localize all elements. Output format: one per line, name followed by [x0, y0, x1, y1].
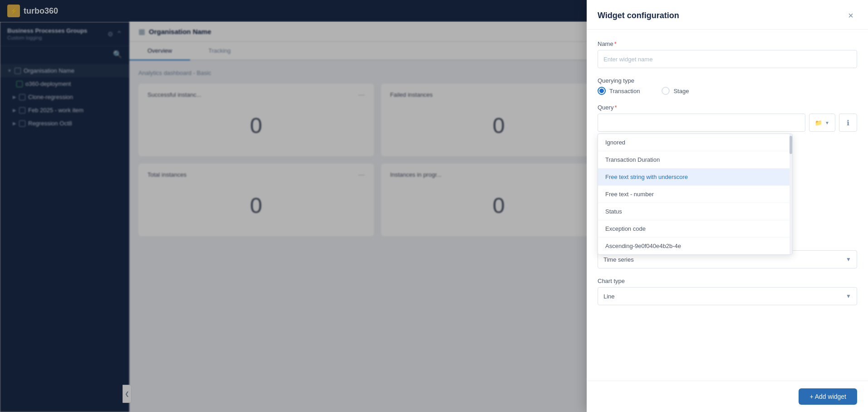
folder-icon: 📁 — [815, 119, 822, 126]
chart-type-field-group: Chart type Line ▼ — [598, 278, 857, 305]
chart-type-value: Line — [603, 293, 615, 300]
querying-type-radio-group: Transaction Stage — [598, 87, 857, 95]
query-dropdown: Ignored Transaction Duration Free text s… — [598, 134, 793, 255]
dropdown-item-ascending[interactable]: Ascending-9e0f040e4b2b-4e — [598, 238, 792, 254]
radio-circle-stage — [662, 87, 670, 95]
dropdown-item-ignored[interactable]: Ignored — [598, 134, 792, 151]
chevron-down-icon: ▼ — [846, 293, 851, 299]
panel-footer: + Add widget — [587, 381, 868, 412]
query-info-button[interactable]: ℹ — [839, 114, 857, 132]
name-field-group: Name* — [598, 40, 857, 68]
dropdown-item-free-text-number[interactable]: Free text - number — [598, 186, 792, 203]
name-label: Name* — [598, 40, 857, 47]
chevron-down-icon: ▼ — [825, 120, 829, 125]
dropdown-item-exception-code[interactable]: Exception code — [598, 220, 792, 238]
close-button[interactable]: × — [844, 9, 857, 22]
radio-stage[interactable]: Stage — [662, 87, 689, 95]
chevron-down-icon: ▼ — [846, 256, 851, 263]
query-input-row: 📁 ▼ ℹ — [598, 114, 857, 132]
query-field-group: Query* 📁 ▼ ℹ — [598, 104, 857, 132]
dropdown-item-status[interactable]: Status — [598, 203, 792, 220]
radio-transaction[interactable]: Transaction — [598, 87, 640, 95]
scrollbar-thumb — [790, 136, 792, 154]
panel-header: Widget configuration × — [587, 0, 868, 30]
dropdown-item-free-text-underscore[interactable]: Free text string with underscore — [598, 169, 792, 186]
radio-label-transaction: Transaction — [609, 88, 640, 94]
chart-type-select-wrapper: Line ▼ — [598, 287, 857, 305]
query-wrapper: 📁 ▼ ℹ Ignored Transaction Duratio — [598, 114, 857, 132]
querying-type-label: Querying type — [598, 77, 857, 84]
query-folder-button[interactable]: 📁 ▼ — [809, 114, 835, 132]
chart-type-label: Chart type — [598, 278, 857, 284]
querying-type-field-group: Querying type Transaction Stage — [598, 77, 857, 95]
radio-label-stage: Stage — [673, 88, 689, 94]
query-input[interactable] — [598, 114, 805, 132]
add-widget-button[interactable]: + Add widget — [799, 388, 857, 405]
widget-config-panel: Widget configuration × Name* Querying ty… — [587, 0, 868, 412]
scrollbar — [790, 134, 792, 254]
name-input[interactable] — [598, 50, 857, 68]
query-label: Query* — [598, 104, 857, 111]
report-type-value: Time series — [603, 256, 634, 263]
radio-circle-transaction — [598, 87, 606, 95]
panel-title: Widget configuration — [598, 11, 679, 20]
info-icon: ℹ — [847, 119, 849, 127]
dropdown-item-transaction-duration[interactable]: Transaction Duration — [598, 151, 792, 169]
chart-type-select[interactable]: Line ▼ — [598, 287, 857, 305]
panel-body: Name* Querying type Transaction Stage — [587, 30, 868, 381]
